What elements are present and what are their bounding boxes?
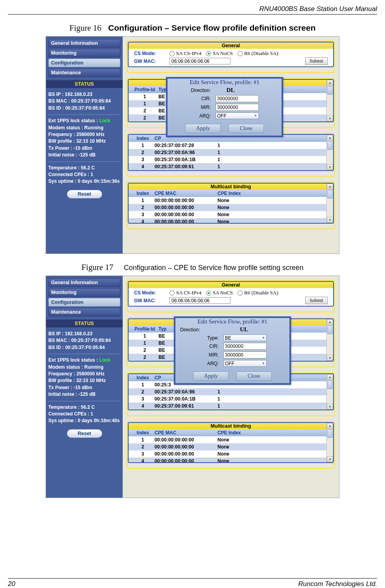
multicast-title: Multicast binding — [129, 184, 333, 190]
apply-button[interactable]: Apply — [193, 371, 228, 381]
gw-mac-input[interactable]: 06:06:06:06:06:06 — [169, 297, 230, 304]
page-number: 20 — [8, 580, 15, 588]
nav-monitoring[interactable]: Monitoring — [48, 288, 120, 297]
type-select[interactable]: BE▼ — [223, 334, 267, 341]
close-button[interactable]: Close — [236, 371, 272, 381]
nav-general-information[interactable]: General Information — [48, 278, 120, 287]
close-button[interactable]: Close — [228, 124, 264, 133]
reset-button[interactable]: Reset — [67, 429, 102, 438]
nav-configuration[interactable]: Configuration — [48, 59, 120, 67]
edit-service-flow-dialog: Edit Service Flow, profile: #1 Direction… — [174, 316, 291, 385]
chevron-down-icon: ▼ — [262, 336, 265, 340]
cs-mode-label: CS Mode: — [134, 51, 169, 56]
arq-select[interactable]: OFF▼ — [223, 360, 267, 367]
mcast-scrollbar[interactable]: ▲▼ — [326, 184, 333, 223]
cir-input[interactable]: 3000000 — [223, 343, 267, 350]
submit-button[interactable]: Submit — [305, 297, 328, 304]
sfp-scrollbar[interactable]: ▲▼ — [326, 80, 333, 121]
scroll-down-icon[interactable]: ▼ — [327, 116, 333, 121]
screenshot-fig17: General Information Monitoring Configura… — [46, 276, 339, 498]
scroll-up-icon[interactable]: ▲ — [327, 80, 333, 86]
radio-r6[interactable]: R6 (Disable SA) — [238, 50, 278, 57]
cpe-scrollbar[interactable]: ▲▼ — [326, 135, 333, 170]
sidebar: General Information Monitoring Configura… — [46, 37, 123, 254]
nav-configuration[interactable]: Configuration — [48, 298, 120, 307]
status-block: BS IP : 192.168.0.23 BS MAC : 00:25:37:F… — [48, 91, 120, 185]
gw-mac-input[interactable]: 06:06:06:06:06:06 — [169, 58, 230, 64]
figure16-caption: Figure 16 Configuration – Service flow p… — [8, 23, 377, 33]
sidebar: General Information Monitoring Configura… — [46, 276, 123, 498]
screenshot-fig16: General Information Monitoring Configura… — [46, 36, 339, 254]
status-heading: STATUS — [46, 80, 123, 88]
doc-header: RNU4000BS Base Station User Manual — [8, 5, 377, 14]
radio-sa-nocs[interactable]: SA NoCS — [206, 50, 233, 57]
radio-sa-cs-ipv4[interactable]: SA CS-IPv4 — [169, 290, 201, 296]
gw-mac-label: GW MAC: — [134, 59, 169, 64]
status-heading: STATUS — [46, 320, 123, 327]
chevron-down-icon: ▼ — [254, 114, 257, 118]
general-panel-title: General — [129, 42, 333, 49]
radio-sa-cs-ipv4[interactable]: SA CS-IPv4 — [169, 50, 201, 57]
arq-select[interactable]: OFF▼ — [216, 112, 259, 119]
footer-company: Runcom Technologies Ltd. — [298, 580, 377, 588]
cir-input[interactable]: 30000000 — [216, 95, 259, 102]
apply-button[interactable]: Apply — [185, 124, 221, 133]
chevron-down-icon: ▼ — [262, 362, 265, 365]
submit-button[interactable]: Submit — [305, 57, 328, 65]
nav-general-information[interactable]: General Information — [48, 39, 120, 48]
mir-input[interactable]: 30000000 — [216, 104, 259, 111]
nav-maintenance[interactable]: Maintenance — [48, 308, 120, 316]
figure17-caption: Figure 17 Configuration – CPE to Service… — [8, 263, 377, 272]
radio-sa-nocs[interactable]: SA NoCS — [206, 290, 233, 296]
edit-service-flow-dialog: Edit Service Flow, profile: #1 Direction… — [166, 77, 283, 137]
mir-input[interactable]: 3000000 — [223, 351, 267, 358]
nav-monitoring[interactable]: Monitoring — [48, 49, 120, 57]
reset-button[interactable]: Reset — [67, 190, 102, 198]
radio-r6[interactable]: R6 (Disable SA) — [238, 290, 278, 296]
nav-maintenance[interactable]: Maintenance — [48, 68, 120, 77]
popup-title: Edit Service Flow, profile: #1 — [168, 79, 282, 86]
